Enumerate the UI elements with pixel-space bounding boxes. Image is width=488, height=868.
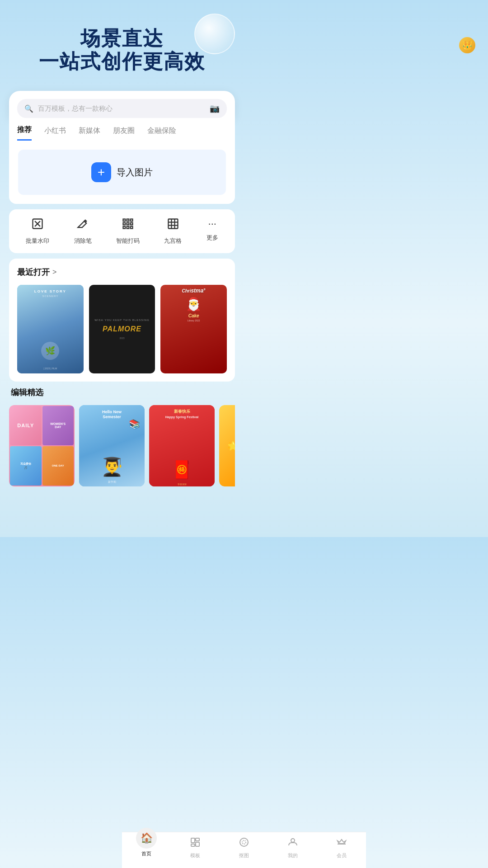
pick-card-daily[interactable]: DAILY WOMEN'SDAY 耳朵爱你🎵 ONE DAY [9, 405, 75, 486]
palmore-text: PALMORE [103, 325, 141, 333]
recent-arrow[interactable]: > [52, 268, 56, 276]
picks-grid: DAILY WOMEN'SDAY 耳朵爱你🎵 ONE DAY Hello New… [9, 405, 235, 486]
svg-rect-4 [127, 219, 129, 222]
svg-rect-8 [131, 223, 133, 225]
recent-card-christmas[interactable]: Christmas 🎅 Cake Library 2022 [160, 285, 227, 373]
search-bar[interactable]: 🔍 百万模板，总有一款称心 📷 [17, 99, 227, 118]
search-placeholder: 百万模板，总有一款称心 [38, 104, 205, 113]
recent-grid: LOVE STORY SCENERY 🌿 [ 2023 ] FILM WISH … [17, 285, 227, 373]
camera-icon[interactable]: 📷 [210, 104, 220, 113]
tabs: 推荐 小红书 新媒体 朋友圈 金融保险 [17, 125, 227, 141]
more-icon: ··· [208, 217, 216, 230]
grid-icon [167, 217, 179, 233]
picks-title: 编辑精选 [9, 387, 235, 398]
decorative-bubble [194, 14, 235, 54]
recent-title: 最近打开 [17, 267, 50, 278]
svg-rect-6 [123, 223, 125, 225]
svg-rect-5 [131, 219, 133, 222]
svg-rect-12 [168, 219, 178, 229]
svg-rect-11 [131, 226, 133, 229]
watermark-label: 批量水印 [26, 237, 49, 245]
import-plus-icon: + [91, 162, 111, 182]
tabs-container: 推荐 小红书 新媒体 朋友圈 金融保险 [9, 118, 235, 141]
svg-rect-10 [127, 226, 129, 229]
tab-newmedia[interactable]: 新媒体 [79, 126, 100, 140]
svg-rect-7 [127, 223, 129, 225]
search-icon: 🔍 [24, 104, 33, 113]
pick-card-spring[interactable]: 新春快乐 Happy Spring Festival 🧧 恭喜发财 [149, 405, 215, 486]
tool-more[interactable]: ··· 更多 [206, 217, 218, 245]
eraser-label: 消除笔 [74, 237, 92, 245]
tab-finance[interactable]: 金融保险 [147, 126, 176, 140]
recent-header: 最近打开 > [17, 267, 227, 278]
eraser-icon [76, 217, 89, 233]
import-label: 导入图片 [117, 166, 153, 179]
tool-grid[interactable]: 九宫格 [164, 217, 182, 245]
hero-section: 场景直达 一站式创作更高效 [0, 0, 244, 82]
tool-eraser[interactable]: 消除笔 [74, 217, 92, 245]
tab-xiaohongshu[interactable]: 小红书 [44, 126, 66, 140]
import-area: + 导入图片 [9, 141, 235, 204]
tool-watermark[interactable]: 批量水印 [26, 217, 49, 245]
recent-card-palmore[interactable]: WISH YOU KEEP THIS BLESSING PALMORE 2023 [89, 285, 155, 373]
tool-mosaic[interactable]: 智能打码 [116, 217, 140, 245]
more-label: 更多 [206, 234, 218, 242]
recent-card-love-story[interactable]: LOVE STORY SCENERY 🌿 [ 2023 ] FILM [17, 285, 84, 373]
watermark-icon [31, 217, 44, 233]
search-container: 🔍 百万模板，总有一款称心 📷 👑 [9, 91, 235, 118]
import-zone[interactable]: + 导入图片 [18, 150, 226, 195]
mosaic-label: 智能打码 [116, 237, 140, 245]
pick-card-semester[interactable]: Hello NewSemester 👨‍🎓 📚 新学期 [79, 405, 145, 486]
svg-rect-9 [123, 226, 125, 229]
recent-section: 最近打开 > LOVE STORY SCENERY 🌿 [ 2023 ] FIL… [9, 259, 235, 382]
pick-card-partial[interactable]: 🌟 [219, 405, 235, 486]
svg-rect-3 [123, 219, 125, 222]
tab-recommend[interactable]: 推荐 [17, 125, 32, 141]
grid-label: 九宫格 [164, 237, 182, 245]
mosaic-icon [122, 217, 134, 233]
picks-section: 编辑精选 DAILY WOMEN'SDAY 耳朵爱你🎵 ONE DAY Hell… [9, 387, 235, 486]
tab-moments[interactable]: 朋友圈 [113, 126, 135, 140]
tools-container: 批量水印 消除笔 智能打码 [9, 209, 235, 253]
